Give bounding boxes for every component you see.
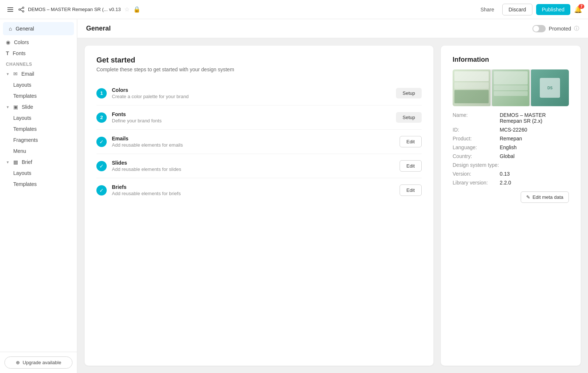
step-slides-info: Slides Add reusable elements for slides [112, 160, 181, 172]
sidebar-item-email[interactable]: ▼ ✉ Email [0, 68, 77, 79]
info-design-system-type-row: Design system type: [453, 162, 569, 168]
sidebar-slide-label: Slide [22, 104, 33, 110]
email-arrow-icon: ▼ [6, 72, 10, 76]
step-fonts-number: 2 [96, 112, 107, 123]
step-slides-name: Slides [112, 160, 181, 166]
topbar-left: DEMOS – MASTER Remepan SR (... v0.13 ☆ 🔒 [6, 6, 141, 13]
step-slides: ✓ Slides Add reusable elements for slide… [96, 154, 422, 178]
promoted-row: Promoted ⓘ [532, 25, 579, 32]
sidebar-item-fonts[interactable]: T Fonts [0, 48, 77, 59]
slide-icon: ▣ [13, 104, 18, 110]
step-briefs-info: Briefs Add reusable elements for briefs [112, 184, 181, 196]
preview-thumbnails: DS [453, 69, 569, 106]
brief-layouts-label: Layouts [13, 170, 31, 176]
slide-arrow-icon: ▼ [6, 105, 10, 109]
discard-button[interactable]: Discard [502, 4, 532, 15]
step-colors: 1 Colors Create a color palette for your… [96, 81, 422, 105]
notification-button[interactable]: 🔔 7 [574, 6, 582, 14]
step-colors-info: Colors Create a color palette for your b… [112, 87, 189, 99]
info-id-row: ID: MCS-22260 [453, 127, 569, 133]
step-fonts-setup-button[interactable]: Setup [396, 112, 422, 123]
step-emails-info: Emails Add reusable elements for emails [112, 136, 183, 148]
step-slides-edit-button[interactable]: Edit [400, 160, 422, 172]
info-version-row: Version: 0.13 [453, 171, 569, 177]
step-briefs-edit-button[interactable]: Edit [400, 184, 422, 196]
step-colors-desc: Create a color palette for your brand [112, 94, 189, 99]
step-fonts: 2 Fonts Define your brand fonts Setup [96, 105, 422, 130]
sidebar-item-general[interactable]: ⌂ General [3, 22, 74, 35]
edit-meta-label: Edit meta data [532, 194, 563, 200]
slide-menu-label: Menu [13, 148, 26, 154]
step-emails-edit-button[interactable]: Edit [400, 136, 422, 147]
edit-meta-icon: ✎ [526, 194, 530, 200]
sidebar-item-slide-layouts[interactable]: Layouts [0, 112, 77, 123]
info-footer: ✎ Edit meta data [453, 191, 569, 203]
upgrade-icon: ⊕ [16, 360, 20, 365]
step-emails-name: Emails [112, 136, 183, 141]
svg-line-4 [20, 10, 22, 11]
page-header: General Promoted ⓘ [77, 19, 588, 38]
svg-point-1 [19, 9, 20, 10]
colors-icon: ◉ [6, 39, 10, 45]
share-icon [18, 7, 24, 12]
star-icon[interactable]: ☆ [124, 6, 130, 13]
info-country-label: Country: [453, 153, 497, 159]
channels-section-label: Channels [0, 59, 77, 68]
get-started-subtitle: Complete these steps to get started with… [96, 67, 422, 72]
info-product-row: Product: Remepan [453, 136, 569, 141]
step-slides-desc: Add reusable elements for slides [112, 166, 181, 172]
step-fonts-left: 2 Fonts Define your brand fonts [96, 111, 162, 123]
sidebar-item-brief[interactable]: ▼ ▦ Brief [0, 157, 77, 168]
info-name-row: Name: DEMOS – MASTER Remepan SR (2.x) [453, 112, 569, 124]
svg-point-0 [22, 7, 24, 8]
promoted-toggle[interactable] [532, 25, 546, 32]
main-content: General Promoted ⓘ Get started Complete … [77, 19, 588, 373]
info-icon[interactable]: ⓘ [574, 25, 579, 32]
information-card: Information DS [441, 46, 581, 366]
sidebar-colors-label: Colors [14, 39, 29, 45]
sidebar-item-email-templates[interactable]: Templates [0, 90, 77, 101]
step-briefs: ✓ Briefs Add reusable elements for brief… [96, 178, 422, 202]
info-name-label: Name: [453, 112, 497, 118]
lock-icon: 🔒 [133, 6, 141, 13]
get-started-card: Get started Complete these steps to get … [85, 46, 433, 366]
sidebar-general-label: General [15, 26, 34, 32]
content-area: Get started Complete these steps to get … [77, 38, 588, 373]
sidebar-item-email-layouts[interactable]: Layouts [0, 79, 77, 90]
edit-meta-button[interactable]: ✎ Edit meta data [521, 191, 569, 203]
step-colors-name: Colors [112, 87, 189, 93]
info-product-value: Remepan [500, 136, 522, 141]
sidebar-bottom: ⊕ Upgrade available [0, 352, 77, 373]
published-button[interactable]: Published [536, 4, 571, 15]
sidebar-item-colors[interactable]: ◉ Colors [0, 37, 77, 48]
topbar: DEMOS – MASTER Remepan SR (... v0.13 ☆ 🔒… [0, 0, 588, 19]
app-layout: ⌂ General ◉ Colors T Fonts Channels ▼ ✉ … [0, 0, 588, 373]
notification-badge: 7 [578, 4, 584, 9]
brief-icon: ▦ [13, 159, 18, 165]
menu-icon[interactable] [6, 6, 15, 13]
fonts-icon: T [6, 50, 9, 56]
sidebar-item-slide-templates[interactable]: Templates [0, 123, 77, 135]
email-templates-label: Templates [13, 93, 37, 99]
sidebar-item-slide-menu[interactable]: Menu [0, 146, 77, 157]
info-library-version-row: Library version: 2.2.0 [453, 180, 569, 186]
sidebar-item-slide[interactable]: ▼ ▣ Slide [0, 101, 77, 112]
sidebar-item-brief-templates[interactable]: Templates [0, 179, 77, 190]
upgrade-button[interactable]: ⊕ Upgrade available [4, 356, 72, 369]
step-colors-setup-button[interactable]: Setup [396, 88, 422, 98]
step-briefs-desc: Add reusable elements for briefs [112, 191, 181, 196]
sidebar-fonts-label: Fonts [13, 50, 26, 56]
topbar-right: Share Discard Published 🔔 7 [476, 4, 582, 15]
info-country-row: Country: Global [453, 153, 569, 159]
topbar-title: DEMOS – MASTER Remepan SR (... v0.13 [28, 7, 121, 12]
sidebar-item-brief-layouts[interactable]: Layouts [0, 168, 77, 179]
step-list: 1 Colors Create a color palette for your… [96, 81, 422, 202]
home-icon: ⌂ [9, 26, 12, 32]
step-briefs-name: Briefs [112, 184, 181, 190]
share-button[interactable]: Share [476, 4, 499, 15]
sidebar-item-slide-fragments[interactable]: Fragments [0, 135, 77, 146]
info-id-value: MCS-22260 [500, 127, 527, 133]
step-slides-check: ✓ [96, 161, 107, 171]
step-briefs-check: ✓ [96, 185, 107, 196]
info-library-version-value: 2.2.0 [500, 180, 511, 186]
